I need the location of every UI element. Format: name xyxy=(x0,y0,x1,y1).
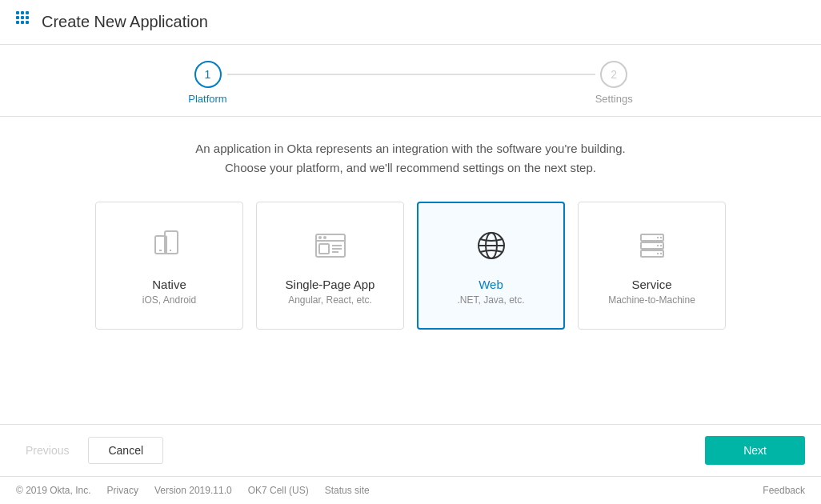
service-card-title: Service xyxy=(631,278,671,291)
svg-rect-8 xyxy=(26,21,29,24)
svg-rect-3 xyxy=(16,16,19,19)
svg-point-15 xyxy=(318,236,322,239)
footer-version: Version 2019.11.0 xyxy=(154,485,232,496)
native-card-title: Native xyxy=(152,278,186,291)
platform-card-spa[interactable]: Single-Page App Angular, React, etc. xyxy=(256,202,404,330)
action-buttons: Previous Cancel Next xyxy=(0,424,821,476)
svg-rect-30 xyxy=(641,250,663,257)
platform-card-web[interactable]: Web .NET, Java, etc. xyxy=(417,202,565,330)
web-card-title: Web xyxy=(479,278,503,291)
service-card-subtitle: Machine-to-Machine xyxy=(608,294,695,306)
spa-card-subtitle: Angular, React, etc. xyxy=(288,294,372,306)
platform-card-service[interactable]: Service Machine-to-Machine xyxy=(578,202,726,330)
platform-cards: Native iOS, Android Single-Page App Angu… xyxy=(0,194,821,424)
description-text: An application in Okta represents an int… xyxy=(16,139,805,178)
step-connector xyxy=(227,74,595,75)
web-card-subtitle: .NET, Java, etc. xyxy=(457,294,524,306)
svg-point-16 xyxy=(323,236,326,239)
spa-icon xyxy=(311,226,350,268)
svg-rect-17 xyxy=(319,244,329,254)
step-1-label: Platform xyxy=(188,93,226,105)
footer-privacy-link[interactable]: Privacy xyxy=(107,485,138,496)
description-section: An application in Okta represents an int… xyxy=(0,117,821,194)
feedback-link[interactable]: Feedback xyxy=(763,485,805,496)
step-1-circle: 1 xyxy=(194,61,222,88)
step-1: 1 Platform xyxy=(188,61,226,105)
svg-rect-0 xyxy=(16,11,19,14)
next-button[interactable]: Next xyxy=(705,436,805,465)
step-2-label: Settings xyxy=(595,93,633,105)
step-2: 2 Settings xyxy=(595,61,633,105)
footer-copyright: © 2019 Okta, Inc. xyxy=(16,485,91,496)
step-2-circle: 2 xyxy=(600,61,627,88)
footer-left-buttons: Previous Cancel xyxy=(16,437,163,464)
spa-card-title: Single-Page App xyxy=(286,278,375,291)
footer-cell: OK7 Cell (US) xyxy=(248,485,309,496)
app-icon xyxy=(16,11,34,33)
svg-rect-1 xyxy=(21,11,24,14)
service-icon xyxy=(633,226,671,268)
svg-rect-27 xyxy=(641,242,663,249)
page-header: Create New Application xyxy=(0,0,821,45)
page-title: Create New Application xyxy=(42,13,208,31)
svg-rect-2 xyxy=(26,11,29,14)
svg-rect-4 xyxy=(21,16,24,19)
stepper: 1 Platform 2 Settings xyxy=(0,61,821,116)
footer-links: © 2019 Okta, Inc. Privacy Version 2019.1… xyxy=(16,485,370,496)
web-icon xyxy=(472,226,511,268)
footer-status-link[interactable]: Status site xyxy=(325,485,370,496)
cancel-button[interactable]: Cancel xyxy=(88,437,163,464)
platform-card-native[interactable]: Native iOS, Android xyxy=(95,202,243,330)
svg-rect-7 xyxy=(21,21,24,24)
svg-rect-6 xyxy=(16,21,19,24)
svg-rect-5 xyxy=(26,16,29,19)
previous-button[interactable]: Previous xyxy=(16,438,78,463)
native-card-subtitle: iOS, Android xyxy=(142,294,196,306)
stepper-section: 1 Platform 2 Settings xyxy=(0,45,821,117)
page-footer: © 2019 Okta, Inc. Privacy Version 2019.1… xyxy=(0,476,821,504)
svg-rect-24 xyxy=(641,234,663,241)
native-icon xyxy=(150,226,189,268)
